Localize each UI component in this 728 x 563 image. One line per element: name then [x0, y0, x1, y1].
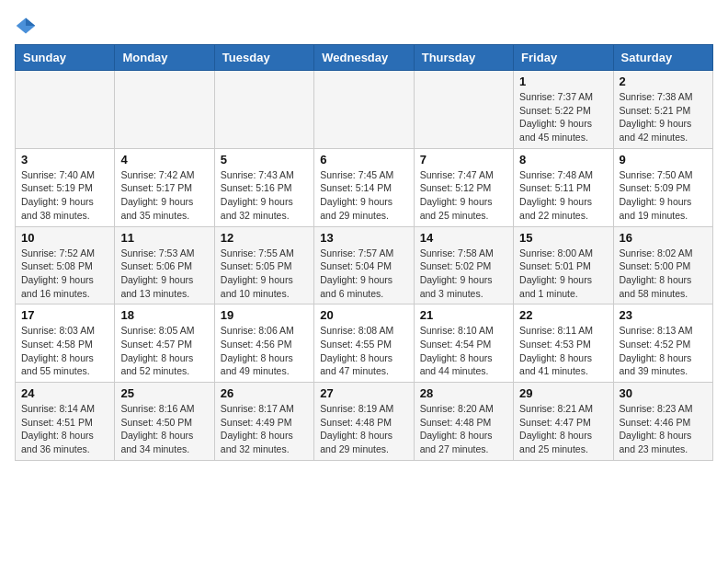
day-header-tuesday: Tuesday — [214, 45, 313, 71]
day-info: Sunrise: 8:17 AM Sunset: 4:49 PM Dayligh… — [221, 402, 308, 456]
day-header-monday: Monday — [115, 45, 214, 71]
calendar-cell: 2Sunrise: 7:38 AM Sunset: 5:21 PM Daylig… — [613, 71, 712, 149]
page-header — [15, 15, 713, 37]
logo — [15, 15, 40, 37]
calendar-cell — [16, 71, 115, 149]
calendar-week-2: 3Sunrise: 7:40 AM Sunset: 5:19 PM Daylig… — [16, 148, 713, 226]
calendar-cell: 11Sunrise: 7:53 AM Sunset: 5:06 PM Dayli… — [115, 226, 214, 304]
day-number: 4 — [120, 153, 208, 167]
day-info: Sunrise: 7:50 AM Sunset: 5:09 PM Dayligh… — [620, 168, 707, 223]
calendar-cell: 9Sunrise: 7:50 AM Sunset: 5:09 PM Daylig… — [613, 148, 712, 226]
day-info: Sunrise: 8:10 AM Sunset: 4:54 PM Dayligh… — [420, 324, 507, 378]
day-number: 22 — [519, 308, 607, 322]
calendar-cell: 1Sunrise: 7:37 AM Sunset: 5:22 PM Daylig… — [514, 71, 613, 149]
calendar-cell: 20Sunrise: 8:08 AM Sunset: 4:55 PM Dayli… — [314, 304, 414, 383]
day-info: Sunrise: 7:55 AM Sunset: 5:05 PM Dayligh… — [221, 247, 308, 301]
day-number: 29 — [519, 386, 607, 400]
calendar-cell: 4Sunrise: 7:42 AM Sunset: 5:17 PM Daylig… — [115, 148, 214, 226]
day-info: Sunrise: 7:38 AM Sunset: 5:21 PM Dayligh… — [620, 90, 707, 144]
day-number: 5 — [221, 153, 308, 167]
calendar-cell: 21Sunrise: 8:10 AM Sunset: 4:54 PM Dayli… — [414, 304, 513, 383]
day-number: 16 — [620, 231, 707, 245]
day-info: Sunrise: 8:16 AM Sunset: 4:50 PM Dayligh… — [120, 402, 208, 456]
calendar-cell — [314, 71, 414, 149]
calendar-cell: 10Sunrise: 7:52 AM Sunset: 5:08 PM Dayli… — [16, 226, 115, 304]
day-info: Sunrise: 8:14 AM Sunset: 4:51 PM Dayligh… — [21, 402, 108, 456]
day-number: 23 — [620, 308, 707, 322]
day-header-friday: Friday — [514, 45, 613, 71]
day-info: Sunrise: 7:47 AM Sunset: 5:12 PM Dayligh… — [420, 168, 507, 223]
day-number: 26 — [221, 386, 308, 400]
day-number: 12 — [221, 231, 308, 245]
day-info: Sunrise: 8:23 AM Sunset: 4:46 PM Dayligh… — [620, 402, 707, 456]
calendar-cell: 15Sunrise: 8:00 AM Sunset: 5:01 PM Dayli… — [514, 226, 613, 304]
calendar-cell: 23Sunrise: 8:13 AM Sunset: 4:52 PM Dayli… — [613, 304, 712, 383]
day-number: 11 — [120, 231, 208, 245]
day-number: 24 — [21, 386, 108, 400]
day-info: Sunrise: 8:03 AM Sunset: 4:58 PM Dayligh… — [21, 324, 108, 378]
day-number: 28 — [420, 386, 507, 400]
day-header-sunday: Sunday — [16, 45, 115, 71]
day-info: Sunrise: 8:02 AM Sunset: 5:00 PM Dayligh… — [620, 247, 707, 301]
calendar-cell: 6Sunrise: 7:45 AM Sunset: 5:14 PM Daylig… — [314, 148, 414, 226]
day-number: 8 — [519, 153, 607, 167]
calendar-cell: 29Sunrise: 8:21 AM Sunset: 4:47 PM Dayli… — [514, 383, 613, 461]
calendar-cell: 8Sunrise: 7:48 AM Sunset: 5:11 PM Daylig… — [514, 148, 613, 226]
calendar-header-row: SundayMondayTuesdayWednesdayThursdayFrid… — [16, 45, 713, 71]
calendar-cell: 13Sunrise: 7:57 AM Sunset: 5:04 PM Dayli… — [314, 226, 414, 304]
day-number: 18 — [120, 308, 208, 322]
calendar-cell — [214, 71, 313, 149]
day-info: Sunrise: 8:13 AM Sunset: 4:52 PM Dayligh… — [620, 324, 707, 378]
day-number: 10 — [21, 231, 108, 245]
day-info: Sunrise: 8:19 AM Sunset: 4:48 PM Dayligh… — [320, 402, 407, 456]
calendar-cell: 26Sunrise: 8:17 AM Sunset: 4:49 PM Dayli… — [214, 383, 313, 461]
day-info: Sunrise: 7:37 AM Sunset: 5:22 PM Dayligh… — [519, 90, 607, 144]
day-info: Sunrise: 8:00 AM Sunset: 5:01 PM Dayligh… — [519, 247, 607, 301]
calendar-cell: 7Sunrise: 7:47 AM Sunset: 5:12 PM Daylig… — [414, 148, 513, 226]
day-info: Sunrise: 7:58 AM Sunset: 5:02 PM Dayligh… — [420, 247, 507, 301]
calendar-week-1: 1Sunrise: 7:37 AM Sunset: 5:22 PM Daylig… — [16, 71, 713, 149]
day-info: Sunrise: 7:43 AM Sunset: 5:16 PM Dayligh… — [221, 168, 308, 223]
day-number: 20 — [320, 308, 407, 322]
day-number: 7 — [420, 153, 507, 167]
day-info: Sunrise: 8:11 AM Sunset: 4:53 PM Dayligh… — [519, 324, 607, 378]
day-number: 3 — [21, 153, 108, 167]
calendar-cell: 17Sunrise: 8:03 AM Sunset: 4:58 PM Dayli… — [16, 304, 115, 383]
day-number: 30 — [620, 386, 707, 400]
calendar-cell: 14Sunrise: 7:58 AM Sunset: 5:02 PM Dayli… — [414, 226, 513, 304]
calendar-week-3: 10Sunrise: 7:52 AM Sunset: 5:08 PM Dayli… — [16, 226, 713, 304]
calendar-cell — [414, 71, 513, 149]
calendar-cell: 5Sunrise: 7:43 AM Sunset: 5:16 PM Daylig… — [214, 148, 313, 226]
day-number: 27 — [320, 386, 407, 400]
day-number: 25 — [120, 386, 208, 400]
calendar-cell — [115, 71, 214, 149]
day-header-wednesday: Wednesday — [314, 45, 414, 71]
day-info: Sunrise: 8:06 AM Sunset: 4:56 PM Dayligh… — [221, 324, 308, 378]
calendar-week-4: 17Sunrise: 8:03 AM Sunset: 4:58 PM Dayli… — [16, 304, 713, 383]
calendar-cell: 24Sunrise: 8:14 AM Sunset: 4:51 PM Dayli… — [16, 383, 115, 461]
svg-marker-1 — [26, 17, 35, 26]
calendar-cell: 12Sunrise: 7:55 AM Sunset: 5:05 PM Dayli… — [214, 226, 313, 304]
logo-icon — [15, 15, 37, 37]
day-number: 6 — [320, 153, 407, 167]
calendar-body: 1Sunrise: 7:37 AM Sunset: 5:22 PM Daylig… — [16, 71, 713, 461]
day-info: Sunrise: 8:20 AM Sunset: 4:48 PM Dayligh… — [420, 402, 507, 456]
calendar-cell: 30Sunrise: 8:23 AM Sunset: 4:46 PM Dayli… — [613, 383, 712, 461]
calendar-cell: 16Sunrise: 8:02 AM Sunset: 5:00 PM Dayli… — [613, 226, 712, 304]
day-number: 1 — [519, 75, 607, 88]
day-info: Sunrise: 7:48 AM Sunset: 5:11 PM Dayligh… — [519, 168, 607, 223]
calendar-cell: 3Sunrise: 7:40 AM Sunset: 5:19 PM Daylig… — [16, 148, 115, 226]
day-info: Sunrise: 7:40 AM Sunset: 5:19 PM Dayligh… — [21, 168, 108, 223]
calendar-cell: 28Sunrise: 8:20 AM Sunset: 4:48 PM Dayli… — [414, 383, 513, 461]
calendar-cell: 18Sunrise: 8:05 AM Sunset: 4:57 PM Dayli… — [115, 304, 214, 383]
day-number: 17 — [21, 308, 108, 322]
day-number: 9 — [620, 153, 707, 167]
day-number: 19 — [221, 308, 308, 322]
day-info: Sunrise: 7:45 AM Sunset: 5:14 PM Dayligh… — [320, 168, 407, 223]
day-info: Sunrise: 8:05 AM Sunset: 4:57 PM Dayligh… — [120, 324, 208, 378]
day-header-saturday: Saturday — [613, 45, 712, 71]
calendar-cell: 19Sunrise: 8:06 AM Sunset: 4:56 PM Dayli… — [214, 304, 313, 383]
calendar-week-5: 24Sunrise: 8:14 AM Sunset: 4:51 PM Dayli… — [16, 383, 713, 461]
day-number: 21 — [420, 308, 507, 322]
day-info: Sunrise: 8:08 AM Sunset: 4:55 PM Dayligh… — [320, 324, 407, 378]
